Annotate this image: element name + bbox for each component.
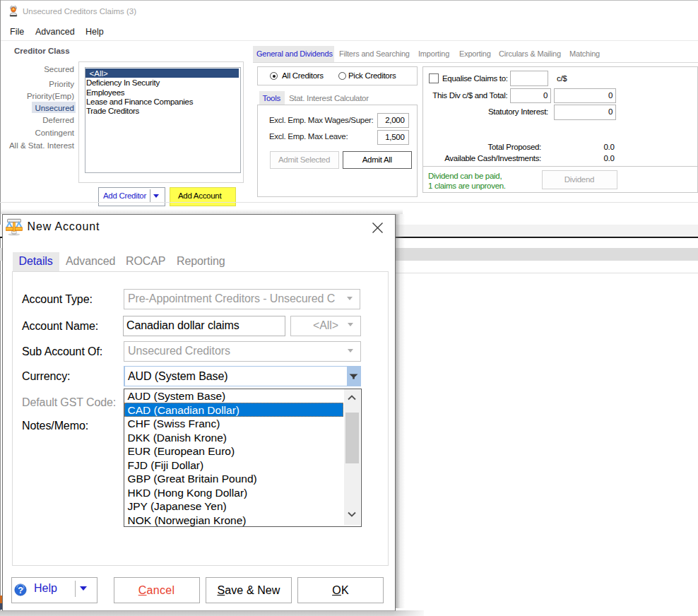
svg-text:?: ? bbox=[18, 585, 23, 595]
